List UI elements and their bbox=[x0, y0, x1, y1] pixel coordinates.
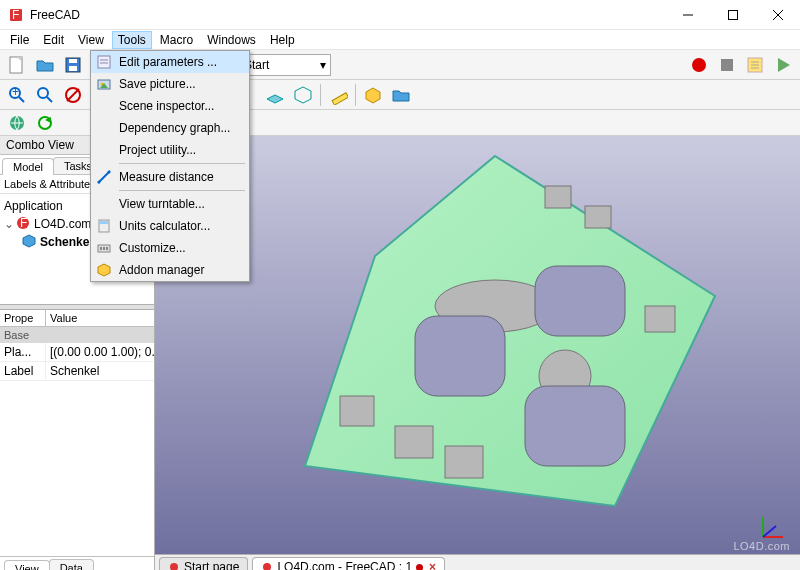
svg-line-26 bbox=[19, 97, 24, 102]
window-maximize-button[interactable] bbox=[710, 0, 755, 30]
property-tabs: View Data bbox=[0, 556, 154, 570]
svg-point-55 bbox=[98, 181, 101, 184]
menu-file[interactable]: File bbox=[4, 31, 35, 49]
part-button[interactable] bbox=[360, 82, 386, 108]
menu-item-label: Measure distance bbox=[119, 170, 214, 184]
bottom-button[interactable] bbox=[262, 82, 288, 108]
svg-rect-43 bbox=[332, 92, 348, 104]
menu-dependency-graph[interactable]: Dependency graph... bbox=[91, 117, 249, 139]
3d-viewport[interactable]: LO4D.com Start page LO4D.com - FreeCAD :… bbox=[155, 136, 800, 570]
menu-view-turntable[interactable]: View turntable... bbox=[91, 193, 249, 215]
svg-rect-78 bbox=[525, 386, 625, 466]
new-button[interactable] bbox=[4, 52, 30, 78]
chevron-down-icon: ▾ bbox=[320, 58, 326, 72]
tab-model[interactable]: Model bbox=[2, 158, 54, 175]
menu-scene-inspector[interactable]: Scene inspector... bbox=[91, 95, 249, 117]
menu-item-label: View turntable... bbox=[119, 197, 205, 211]
left-button[interactable] bbox=[290, 82, 316, 108]
menu-addon-manager[interactable]: Addon manager bbox=[91, 259, 249, 281]
menu-separator bbox=[119, 163, 245, 164]
macros-button[interactable] bbox=[742, 52, 768, 78]
prop-key: Pla... bbox=[0, 343, 46, 361]
menu-edit-parameters[interactable]: Edit parameters ... bbox=[91, 51, 249, 73]
tab-view[interactable]: View bbox=[4, 560, 50, 570]
tools-menu-dropdown: Edit parameters ... Save picture... Scen… bbox=[90, 50, 250, 282]
titlebar: F FreeCAD bbox=[0, 0, 800, 30]
svg-line-29 bbox=[47, 97, 52, 102]
menu-tools[interactable]: Tools bbox=[112, 31, 152, 49]
save-button[interactable] bbox=[60, 52, 86, 78]
addon-icon bbox=[95, 261, 113, 279]
svg-text:+: + bbox=[12, 85, 19, 99]
menu-macro[interactable]: Macro bbox=[154, 31, 199, 49]
menu-project-utility[interactable]: Project utility... bbox=[91, 139, 249, 161]
edit-params-icon bbox=[95, 53, 113, 71]
gear-icon bbox=[168, 561, 180, 570]
menu-item-label: Addon manager bbox=[119, 263, 204, 277]
prop-row-placement[interactable]: Pla... [(0.00 0.00 1.00); 0.0... bbox=[0, 343, 154, 362]
web-back-button[interactable] bbox=[4, 110, 30, 136]
caret-down-icon[interactable]: ⌄ bbox=[4, 217, 14, 231]
dirty-indicator bbox=[416, 564, 423, 571]
svg-marker-63 bbox=[98, 264, 110, 276]
prop-group-base[interactable]: Base bbox=[0, 327, 154, 343]
svg-marker-41 bbox=[267, 95, 283, 103]
record-button[interactable] bbox=[686, 52, 712, 78]
3d-model bbox=[245, 146, 745, 536]
zoom-fit-button[interactable]: + bbox=[4, 82, 30, 108]
prop-row-label[interactable]: Label Schenkel bbox=[0, 362, 154, 381]
svg-point-56 bbox=[108, 171, 111, 174]
zoom-select-button[interactable] bbox=[32, 82, 58, 108]
menu-separator bbox=[119, 190, 245, 191]
doc-tab-start[interactable]: Start page bbox=[159, 557, 248, 570]
part-icon bbox=[22, 234, 38, 250]
svg-marker-66 bbox=[23, 235, 35, 247]
measure-button[interactable] bbox=[325, 82, 351, 108]
close-icon[interactable]: × bbox=[429, 560, 436, 570]
prop-value[interactable]: [(0.00 0.00 1.00); 0.0... bbox=[46, 343, 154, 361]
window-title: FreeCAD bbox=[30, 8, 80, 22]
property-header: Prope Value bbox=[0, 310, 154, 327]
svg-marker-44 bbox=[366, 88, 380, 103]
menu-item-label: Save picture... bbox=[119, 77, 196, 91]
prop-value[interactable]: Schenkel bbox=[46, 362, 154, 380]
svg-rect-9 bbox=[69, 66, 77, 71]
menu-customize[interactable]: Customize... bbox=[91, 237, 249, 259]
group-button[interactable] bbox=[388, 82, 414, 108]
menu-measure-distance[interactable]: Measure distance bbox=[91, 166, 249, 188]
window-minimize-button[interactable] bbox=[665, 0, 710, 30]
svg-point-82 bbox=[170, 563, 178, 570]
menu-view[interactable]: View bbox=[72, 31, 110, 49]
doc-tab-lo4d[interactable]: LO4D.com - FreeCAD : 1 × bbox=[252, 557, 445, 570]
svg-rect-10 bbox=[69, 59, 77, 63]
menu-item-label: Customize... bbox=[119, 241, 186, 255]
play-button[interactable] bbox=[770, 52, 796, 78]
menu-item-label: Project utility... bbox=[119, 143, 196, 157]
doc-tab-label: Start page bbox=[184, 560, 239, 570]
axis-triad bbox=[758, 512, 788, 542]
gear-icon bbox=[261, 561, 273, 570]
stop-button[interactable] bbox=[714, 52, 740, 78]
open-button[interactable] bbox=[32, 52, 58, 78]
save-picture-icon bbox=[95, 75, 113, 93]
menu-help[interactable]: Help bbox=[264, 31, 301, 49]
draw-style-button[interactable] bbox=[60, 82, 86, 108]
window-close-button[interactable] bbox=[755, 0, 800, 30]
web-reload-button[interactable] bbox=[32, 110, 58, 136]
tab-data[interactable]: Data bbox=[49, 559, 94, 570]
svg-rect-60 bbox=[100, 247, 102, 250]
tree-label: Schenkel bbox=[40, 235, 93, 249]
measure-icon bbox=[95, 168, 113, 186]
customize-icon bbox=[95, 239, 113, 257]
menu-item-label: Edit parameters ... bbox=[119, 55, 217, 69]
menu-save-picture[interactable]: Save picture... bbox=[91, 73, 249, 95]
svg-rect-3 bbox=[728, 10, 737, 19]
svg-rect-61 bbox=[103, 247, 105, 250]
prop-header-value: Value bbox=[46, 310, 81, 326]
menu-windows[interactable]: Windows bbox=[201, 31, 262, 49]
menu-edit[interactable]: Edit bbox=[37, 31, 70, 49]
menu-units-calculator[interactable]: Units calculator... bbox=[91, 215, 249, 237]
menu-item-label: Scene inspector... bbox=[119, 99, 214, 113]
svg-point-83 bbox=[263, 563, 271, 570]
svg-rect-58 bbox=[100, 221, 108, 224]
